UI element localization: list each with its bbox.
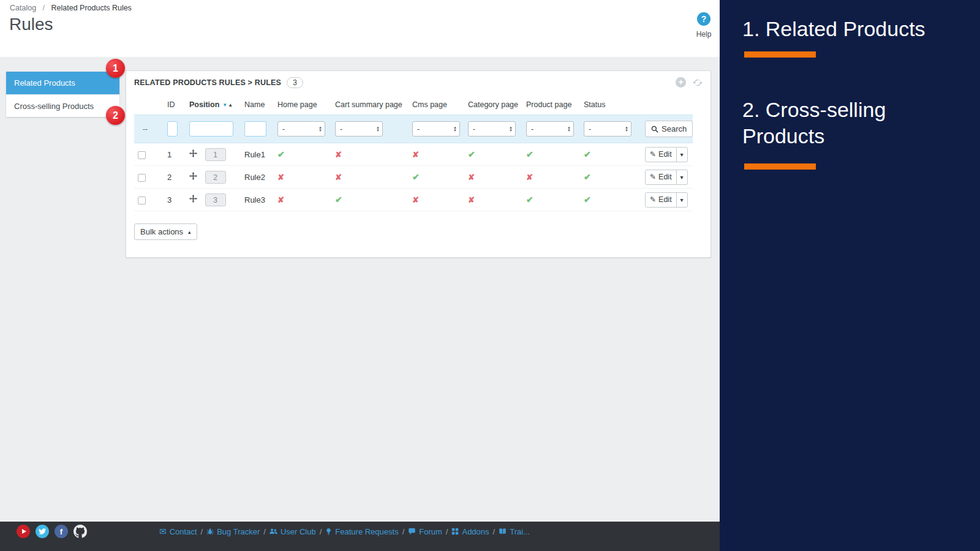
cell-category-page-flag: ✘ xyxy=(464,189,522,211)
breadcrumb-parent[interactable]: Catalog xyxy=(10,4,36,12)
filter-cart-summary-select[interactable]: -▲▼ xyxy=(335,121,383,137)
page-header: Catalog / Related Products Rules Rules ?… xyxy=(0,0,720,57)
sort-asc-icon[interactable]: ▲ xyxy=(228,102,233,108)
cell-cart-summary-flag: ✘ xyxy=(331,166,409,189)
cell-home-page-flag: ✘ xyxy=(274,189,331,211)
cell-category-page-flag: ✘ xyxy=(464,166,522,189)
breadcrumb-current: Related Products Rules xyxy=(51,4,132,12)
filter-row: -- -▲▼ -▲▼ -▲▼ -▲▼ -▲▼ -▲▼ Search xyxy=(134,115,693,143)
filter-position-input[interactable] xyxy=(189,121,233,137)
footer-link-user-club[interactable]: User Club xyxy=(270,527,316,536)
table-row: 3 3 Rule3 ✘ ✔ ✘ ✘ ✔ ✔ ✎Edit▾ xyxy=(134,189,693,211)
edit-dropdown-caret[interactable]: ▾ xyxy=(676,170,687,184)
filter-status-select[interactable]: -▲▼ xyxy=(584,121,631,137)
tab-cross-selling-products[interactable]: Cross-selling Products xyxy=(6,94,119,117)
footer-link-forum[interactable]: Forum xyxy=(408,527,442,536)
footer-link-addons[interactable]: Addons xyxy=(451,527,489,536)
filter-category-page-select[interactable]: -▲▼ xyxy=(468,121,516,137)
help-icon[interactable]: ? xyxy=(697,12,710,26)
row-checkbox[interactable] xyxy=(138,197,146,204)
cell-name: Rule1 xyxy=(241,143,274,166)
cell-category-page-flag: ✔ xyxy=(464,143,522,166)
cell-cart-summary-flag: ✔ xyxy=(331,189,409,211)
facebook-icon[interactable]: f xyxy=(55,525,68,538)
filter-name-input[interactable] xyxy=(244,121,266,137)
cell-status-flag[interactable]: ✔ xyxy=(580,143,641,166)
breadcrumb: Catalog / Related Products Rules xyxy=(10,4,132,12)
comment-icon xyxy=(408,528,416,535)
drag-handle-icon[interactable] xyxy=(189,149,197,159)
edit-button[interactable]: ✎Edit xyxy=(646,193,676,207)
col-name: Name xyxy=(241,95,274,115)
lightbulb-icon xyxy=(325,528,332,536)
twitter-icon[interactable] xyxy=(36,525,49,538)
cell-status-flag[interactable]: ✔ xyxy=(580,166,641,189)
admin-footer: f ✉Contact / Bug Tracker / User Club / F… xyxy=(0,522,720,551)
addons-icon xyxy=(451,528,459,535)
footer-link-feature-requests[interactable]: Feature Requests xyxy=(325,527,398,536)
search-icon xyxy=(651,126,658,133)
edit-dropdown-caret[interactable]: ▾ xyxy=(676,193,687,207)
edit-button[interactable]: ✎Edit xyxy=(646,148,676,162)
col-position[interactable]: Position▼▲ xyxy=(186,95,241,115)
github-icon[interactable] xyxy=(74,525,87,538)
filter-empty-label: -- xyxy=(138,125,148,133)
orange-underline-bar xyxy=(744,163,816,170)
footer-link-contact[interactable]: ✉Contact xyxy=(159,527,197,536)
pencil-icon: ✎ xyxy=(650,150,656,159)
admin-main-area: Catalog / Related Products Rules Rules ?… xyxy=(0,0,720,551)
drag-handle-icon[interactable] xyxy=(189,195,197,204)
cell-home-page-flag: ✔ xyxy=(274,143,331,166)
col-cart-summary-page: Cart summary page xyxy=(331,95,409,115)
cell-product-page-flag: ✔ xyxy=(522,143,580,166)
filter-product-page-select[interactable]: -▲▼ xyxy=(526,121,574,137)
cell-id: 1 xyxy=(164,143,186,166)
filter-cms-page-select[interactable]: -▲▼ xyxy=(412,121,460,137)
table-row: 1 1 Rule1 ✔ ✘ ✘ ✔ ✔ ✔ ✎Edit▾ xyxy=(134,143,693,166)
refresh-icon[interactable] xyxy=(693,78,703,88)
add-new-icon[interactable]: + xyxy=(676,77,686,88)
cell-id: 2 xyxy=(164,166,186,189)
row-checkbox[interactable] xyxy=(138,174,146,182)
footer-link-training[interactable]: Trai... xyxy=(499,527,530,536)
select-stepper-icon: ▲▼ xyxy=(622,126,631,132)
page-title: Rules xyxy=(9,15,53,34)
pencil-icon: ✎ xyxy=(650,173,656,181)
caret-up-icon: ▴ xyxy=(188,229,191,235)
help-button[interactable]: ? Help xyxy=(690,12,717,39)
footer-link-bug-tracker[interactable]: Bug Tracker xyxy=(206,527,260,536)
cell-cart-summary-flag: ✘ xyxy=(331,143,409,166)
cell-name: Rule2 xyxy=(241,166,274,189)
breadcrumb-separator: / xyxy=(43,4,45,12)
sort-desc-icon[interactable]: ▼ xyxy=(222,102,227,108)
col-home-page: Home page xyxy=(274,95,331,115)
bulk-actions-button[interactable]: Bulk actions▴ xyxy=(134,223,197,240)
cell-id: 3 xyxy=(164,189,186,211)
position-badge: 1 xyxy=(205,148,226,161)
cell-status-flag[interactable]: ✔ xyxy=(580,189,641,211)
search-button[interactable]: Search xyxy=(645,121,693,137)
col-product-page: Product page xyxy=(522,95,580,115)
row-checkbox[interactable] xyxy=(138,151,146,159)
pencil-icon: ✎ xyxy=(650,195,656,204)
cell-cms-page-flag: ✔ xyxy=(409,166,464,189)
select-stepper-icon: ▲▼ xyxy=(507,126,515,132)
cell-cms-page-flag: ✘ xyxy=(409,189,464,211)
col-status: Status xyxy=(580,95,641,115)
filter-id-input[interactable] xyxy=(167,121,178,137)
edit-button[interactable]: ✎Edit xyxy=(646,170,676,184)
table-row: 2 2 Rule2 ✘ ✘ ✔ ✘ ✘ ✔ ✎Edit▾ xyxy=(134,166,693,189)
filter-home-page-select[interactable]: -▲▼ xyxy=(277,121,325,137)
col-actions xyxy=(641,95,693,115)
edit-dropdown-caret[interactable]: ▾ xyxy=(676,148,687,162)
col-id: ID xyxy=(164,95,186,115)
tab-related-products[interactable]: Related Products xyxy=(6,72,119,94)
select-stepper-icon: ▲▼ xyxy=(316,126,325,132)
footer-links: ✉Contact / Bug Tracker / User Club / Fea… xyxy=(159,527,530,536)
cell-product-page-flag: ✔ xyxy=(522,189,580,211)
select-stepper-icon: ▲▼ xyxy=(451,126,459,132)
position-badge: 2 xyxy=(205,171,226,184)
cell-cms-page-flag: ✘ xyxy=(409,143,464,166)
drag-handle-icon[interactable] xyxy=(189,172,197,182)
youtube-icon[interactable] xyxy=(17,525,30,538)
